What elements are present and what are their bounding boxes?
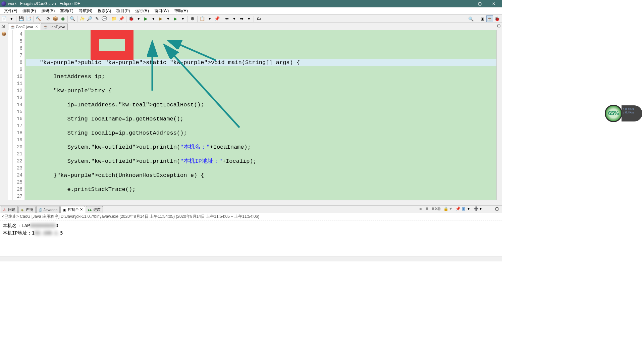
code-line[interactable]: String Iocalip=ip.getHostAddress(); xyxy=(26,130,496,137)
restore-icon[interactable]: ⇲ xyxy=(1,24,7,30)
terminate-icon[interactable]: ■ xyxy=(419,206,425,212)
debug-icon[interactable]: 🐞 xyxy=(128,15,135,22)
run-dropdown-icon[interactable]: ▾ xyxy=(150,15,157,22)
minimize-view-icon[interactable]: — xyxy=(492,23,496,28)
menu-search[interactable]: 搜索(A) xyxy=(95,7,114,14)
display-selected-icon[interactable]: ▣ xyxy=(462,206,467,212)
scroll-lock-icon[interactable]: 🔒 xyxy=(443,206,449,212)
tab-close-icon[interactable]: ✕ xyxy=(35,25,38,29)
open-dropdown-icon[interactable]: ▾ xyxy=(480,206,485,212)
tab-progress[interactable]: ▸▸进度 xyxy=(86,206,103,213)
wand-icon[interactable]: ✨ xyxy=(79,15,86,22)
run-last-dropdown-icon[interactable]: ▾ xyxy=(179,15,186,22)
minimize-bottom-icon[interactable]: — xyxy=(489,206,494,212)
new-package-icon[interactable]: 📦 xyxy=(52,15,59,22)
code-line[interactable]: System."kw-outfield">out.println("本机IP地址… xyxy=(26,158,496,165)
annotation-icon[interactable]: 💬 xyxy=(101,15,108,22)
menu-file[interactable]: 文件(F) xyxy=(1,7,20,14)
maximize-bottom-icon[interactable]: ▢ xyxy=(495,206,500,212)
save-all-icon[interactable]: 📑 xyxy=(25,15,32,22)
remove-all-icon[interactable]: ✖✖ xyxy=(431,206,437,212)
run-icon[interactable]: ▶ xyxy=(143,15,149,22)
tab-liaot-java[interactable]: ☕ LiaoT.java xyxy=(41,23,68,30)
menu-help[interactable]: 帮助(H) xyxy=(171,7,191,14)
perspective-icon[interactable]: 🗂 xyxy=(255,15,262,22)
code-line[interactable] xyxy=(26,137,496,144)
tab-caog-java[interactable]: ☕ CaoG.java ✕ xyxy=(8,23,40,30)
code-line[interactable] xyxy=(26,94,496,101)
code-line[interactable]: String IocaIname=ip.getHostName(); xyxy=(26,115,496,122)
code-line[interactable] xyxy=(26,108,496,115)
code-line[interactable] xyxy=(26,80,496,87)
package-explorer-icon[interactable]: 📦 xyxy=(1,32,7,37)
quick-access-icon[interactable]: 🔍 xyxy=(468,15,474,22)
minimize-button[interactable]: — xyxy=(462,0,470,7)
code-line[interactable] xyxy=(26,122,496,130)
build-icon[interactable]: 🔨 xyxy=(35,15,42,22)
back-dropdown-icon[interactable]: ▾ xyxy=(231,15,237,22)
new-server-icon[interactable]: ⚙ xyxy=(189,15,196,22)
search-icon[interactable]: 🔎 xyxy=(86,15,93,22)
pin-icon[interactable]: 📌 xyxy=(118,15,125,22)
menu-source[interactable]: 源码(S) xyxy=(39,7,57,14)
code-line[interactable]: "kw-purple">public "kw-purple">static "k… xyxy=(26,59,496,66)
tab-close-icon[interactable]: ✕ xyxy=(80,207,83,212)
menu-project[interactable]: 项目(P) xyxy=(114,7,132,14)
open-task-icon[interactable]: 📋 xyxy=(199,15,206,22)
forward-dropdown-icon[interactable]: ▾ xyxy=(246,15,252,22)
remove-launch-icon[interactable]: ✖ xyxy=(425,206,431,212)
code-line[interactable] xyxy=(26,165,496,172)
open-type-icon[interactable]: 🔍 xyxy=(69,15,76,22)
new-icon[interactable]: 📄 xyxy=(1,15,7,22)
code-line[interactable]: "kw-purple">try { xyxy=(26,87,496,94)
console-horizontal-scrollbar[interactable] xyxy=(0,256,502,261)
maximize-view-icon[interactable]: ▢ xyxy=(497,23,500,28)
menu-navigate[interactable]: 导航(N) xyxy=(76,7,95,14)
skip-breakpoints-icon[interactable]: ⊘ xyxy=(45,15,51,22)
toggle-mark-icon[interactable]: ✎ xyxy=(94,15,100,22)
save-icon[interactable]: 💾 xyxy=(18,15,24,22)
menu-run[interactable]: 运行(R) xyxy=(132,7,152,14)
close-button[interactable]: ✕ xyxy=(490,0,498,7)
pin-console-icon[interactable]: 📌 xyxy=(455,206,461,212)
tab-console[interactable]: ▣控制台✕ xyxy=(60,206,85,213)
code-line[interactable]: e.printStackTrace(); xyxy=(26,186,496,193)
forward-icon[interactable]: ➡ xyxy=(238,15,245,22)
coverage-dropdown-icon[interactable]: ▾ xyxy=(165,15,171,22)
word-wrap-icon[interactable]: ↵ xyxy=(449,206,455,212)
coverage-icon[interactable]: ▶ xyxy=(157,15,164,22)
code-line[interactable]: ip=InetAddress."kw-teal">getLocalHost(); xyxy=(26,101,496,108)
code-line[interactable] xyxy=(26,52,496,59)
task-dropdown-icon[interactable]: ▾ xyxy=(206,15,213,22)
dropdown-icon[interactable]: ▾ xyxy=(8,15,15,22)
editor-horizontal-scrollbar[interactable] xyxy=(8,200,502,205)
menu-refactor[interactable]: 重构(T) xyxy=(57,7,76,14)
code-line[interactable] xyxy=(26,66,496,73)
code-line[interactable] xyxy=(26,179,496,186)
code-line[interactable] xyxy=(26,193,496,200)
back-icon[interactable]: ⬅ xyxy=(223,15,230,22)
open-perspective-icon[interactable]: ⊞ xyxy=(479,15,486,22)
clear-console-icon[interactable]: 🗑 xyxy=(437,206,443,212)
new-class-icon[interactable]: ◉ xyxy=(59,15,66,22)
code-line[interactable]: }"kw-purple">catch(UnknownHostException … xyxy=(26,172,496,179)
menu-window[interactable]: 窗口(W) xyxy=(152,7,171,14)
code-text-area[interactable]: "kw-purple">public "kw-purple">static "k… xyxy=(25,30,496,200)
pin-editor-icon[interactable]: 📌 xyxy=(214,15,220,22)
menu-edit[interactable]: 编辑(E) xyxy=(20,7,39,14)
tab-declaration[interactable]: ◈声明 xyxy=(18,206,36,213)
tab-javadoc[interactable]: @Javadoc xyxy=(36,206,60,213)
editor-vertical-scrollbar[interactable] xyxy=(496,30,502,200)
console-dropdown-icon[interactable]: ▾ xyxy=(468,206,473,212)
folder-icon[interactable]: 📁 xyxy=(111,15,117,22)
run-last-icon[interactable]: ▶ xyxy=(172,15,179,22)
debug-perspective-icon[interactable]: 🐞 xyxy=(494,15,500,22)
debug-dropdown-icon[interactable]: ▾ xyxy=(135,15,142,22)
code-editor[interactable]: 4567891011121314151617181920212223242526… xyxy=(8,30,502,200)
tab-problems[interactable]: ⚠问题 xyxy=(1,206,18,213)
code-line[interactable]: InetAddress ip; xyxy=(26,73,496,80)
java-perspective-icon[interactable]: ☕ xyxy=(486,15,493,22)
code-line[interactable]: System."kw-outfield">out.println("本机名："+… xyxy=(26,144,496,151)
open-console-icon[interactable]: ➕ xyxy=(474,206,479,212)
code-line[interactable] xyxy=(26,151,496,158)
